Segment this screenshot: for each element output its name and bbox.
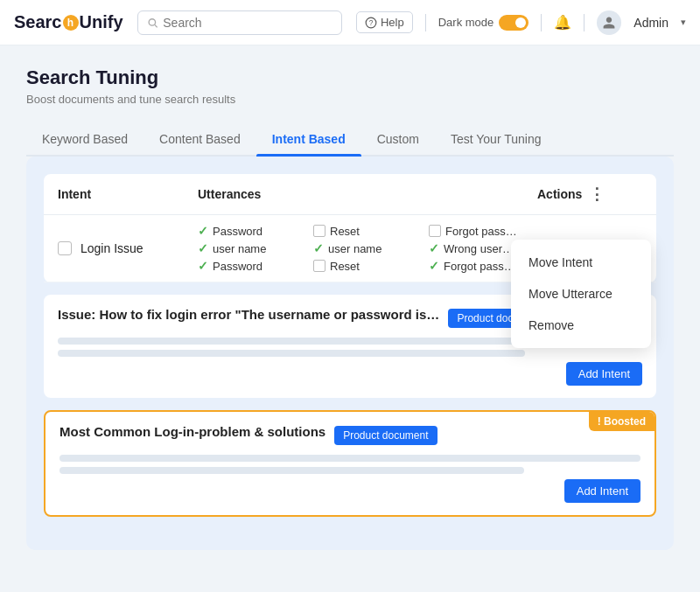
search-bar[interactable]	[137, 10, 342, 35]
boosted-badge: ! Boosted	[589, 412, 654, 431]
help-label: Help	[381, 16, 404, 29]
result-card-2: ! Boosted Most Common Log-in-problem & s…	[44, 410, 656, 517]
utterance-item: Forgot pass…	[429, 224, 537, 238]
col-actions: Actions ⋮	[537, 185, 642, 204]
logo-circle: h	[63, 15, 79, 31]
page-title: Search Tuning	[26, 66, 674, 89]
utterance-item: Reset	[313, 224, 422, 238]
main-area: Intent Utterances Actions ⋮ Login Issue	[26, 157, 674, 550]
utterance-item: ✓ user name	[313, 241, 422, 255]
page-content: Search Tuning Boost documents and tune s…	[0, 45, 700, 568]
utterance-text: Wrong user…	[444, 242, 514, 255]
utterance-text: Reset	[330, 225, 360, 238]
card-title-2: Most Common Log-in-problem & solutions	[60, 424, 326, 439]
header-right: ? Help Dark mode 🔔 Admin ▾	[356, 10, 686, 35]
table-row: Login Issue ✓ Password Reset For	[44, 215, 656, 282]
remove-item[interactable]: Remove	[511, 310, 651, 341]
svg-line-1	[154, 24, 157, 27]
add-intent-button-2[interactable]: Add Intent	[564, 479, 640, 503]
actions-menu-button[interactable]: ⋮	[589, 185, 605, 204]
utterance-text: Reset	[330, 260, 360, 273]
bell-icon[interactable]: 🔔	[554, 14, 571, 31]
divider2	[541, 14, 542, 31]
utterance-item: ✓ Password	[198, 259, 306, 273]
check-icon: ✓	[313, 241, 324, 255]
move-intent-item[interactable]: Move Intent	[511, 247, 651, 278]
col-utterances: Utterances	[198, 187, 537, 201]
header: SearchUnify ? Help Dark mode 🔔 Admin ▾	[0, 0, 700, 45]
utterance-text: user name	[213, 242, 266, 255]
check-icon: ✓	[198, 259, 208, 273]
tabs: Keyword Based Content Based Intent Based…	[26, 123, 674, 157]
tab-intent[interactable]: Intent Based	[256, 123, 361, 155]
tab-keyword[interactable]: Keyword Based	[26, 123, 144, 155]
utterance-item: ✓ Password	[198, 224, 306, 238]
card-lines-2	[60, 455, 640, 474]
dark-mode-toggle[interactable]: Dark mode	[438, 15, 529, 31]
check-icon: ✓	[429, 259, 439, 273]
utterance-checkbox[interactable]	[429, 225, 441, 237]
utterance-text: Password	[213, 260, 262, 273]
table-header: Intent Utterances Actions ⋮	[44, 174, 656, 215]
divider	[425, 14, 426, 31]
logo[interactable]: SearchUnify	[14, 12, 123, 32]
admin-label: Admin	[634, 16, 668, 30]
intent-cell: Login Issue	[58, 241, 198, 255]
help-button[interactable]: ? Help	[356, 11, 413, 33]
add-intent-button-1[interactable]: Add Intent	[566, 362, 642, 386]
utterance-item: Reset	[313, 259, 422, 273]
page-subtitle: Boost documents and tune search results	[26, 93, 674, 106]
tab-test[interactable]: Test Your Tuning	[435, 123, 557, 155]
divider3	[584, 14, 584, 31]
card-top-2: Most Common Log-in-problem & solutions P…	[60, 424, 640, 446]
move-utterance-item[interactable]: Move Utterarce	[511, 278, 651, 310]
card-line	[60, 455, 640, 462]
intent-table: Intent Utterances Actions ⋮ Login Issue	[44, 174, 656, 282]
help-icon: ?	[365, 17, 377, 29]
svg-text:?: ?	[369, 18, 374, 26]
check-icon: ✓	[429, 241, 439, 255]
card-line	[60, 467, 524, 474]
check-icon: ✓	[198, 241, 208, 255]
search-input[interactable]	[163, 16, 332, 30]
tab-custom[interactable]: Custom	[361, 123, 435, 155]
dark-mode-label: Dark mode	[438, 16, 494, 29]
svg-point-0	[149, 18, 155, 24]
card-line	[58, 350, 525, 357]
logo-search-text: Searc	[14, 12, 62, 32]
intent-checkbox[interactable]	[58, 241, 72, 255]
dropdown-menu: Move Intent Move Utterarce Remove	[511, 240, 651, 348]
search-icon	[147, 17, 158, 29]
utterance-text: user name	[328, 242, 382, 255]
card-title-1: Issue: How to fix login error "The usern…	[58, 307, 439, 322]
chevron-down-icon[interactable]: ▾	[681, 17, 686, 28]
check-icon: ✓	[198, 224, 208, 238]
col-intent: Intent	[58, 187, 198, 201]
utterance-checkbox[interactable]	[313, 260, 326, 272]
utterances-cell: ✓ Password Reset Forgot pass… ✓ user	[198, 224, 537, 273]
utterance-text: Forgot pass…	[445, 225, 517, 238]
utterance-text: Password	[213, 225, 262, 238]
intent-name: Login Issue	[80, 241, 144, 255]
avatar	[597, 10, 621, 35]
utterance-text: Forgot pass…	[444, 260, 515, 273]
tab-content[interactable]: Content Based	[144, 123, 256, 155]
toggle-switch[interactable]	[499, 15, 528, 31]
utterance-checkbox[interactable]	[313, 225, 326, 237]
logo-unify-text: Unify	[80, 12, 123, 32]
product-doc-tag-2[interactable]: Product document	[334, 426, 437, 445]
utterance-item: ✓ user name	[198, 241, 306, 255]
